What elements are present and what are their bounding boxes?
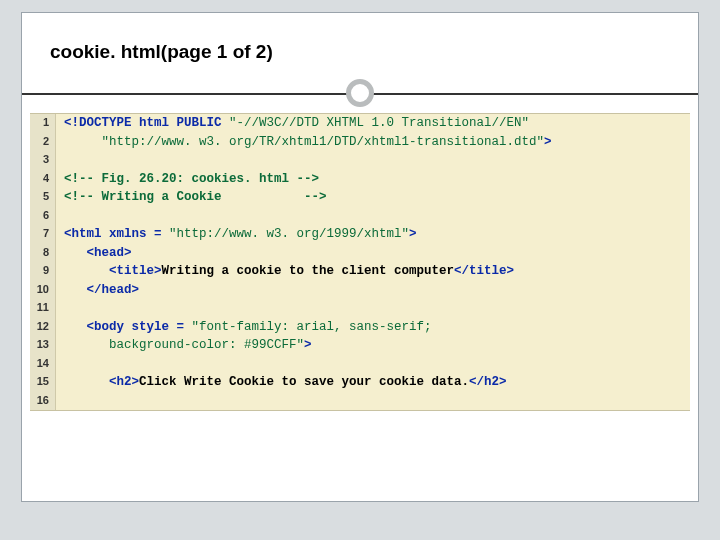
code-segment: "font-family: arial, sans-serif; (192, 320, 432, 334)
code-row: 11 (30, 299, 690, 318)
code-line (56, 355, 78, 374)
line-number: 7 (30, 225, 56, 244)
line-number: 11 (30, 299, 56, 318)
code-segment (64, 338, 109, 352)
code-segment (64, 246, 87, 260)
code-row: 14 (30, 355, 690, 374)
code-line: <html xmlns = "http://www. w3. org/1999/… (56, 225, 423, 244)
line-number: 16 (30, 392, 56, 411)
code-row: 15 <h2>Click Write Cookie to save your c… (30, 373, 690, 392)
code-segment: "-//W3C//DTD XHTML 1.0 Transitional//EN" (222, 116, 530, 130)
code-row: 8 <head> (30, 244, 690, 263)
code-row: 6 (30, 207, 690, 226)
code-segment (64, 283, 87, 297)
code-segment (64, 357, 72, 371)
code-segment: <!-- Writing a Cookie --> (64, 190, 327, 204)
code-segment: "http://www. w3. org/TR/xhtml1/DTD/xhtml… (102, 135, 545, 149)
code-segment (64, 209, 72, 223)
code-row: 1<!DOCTYPE html PUBLIC "-//W3C//DTD XHTM… (30, 114, 690, 133)
code-line: "http://www. w3. org/TR/xhtml1/DTD/xhtml… (56, 133, 558, 152)
code-line: <body style = "font-family: arial, sans-… (56, 318, 438, 337)
code-row: 3 (30, 151, 690, 170)
code-row: 2 "http://www. w3. org/TR/xhtml1/DTD/xht… (30, 133, 690, 152)
code-segment: <h2> (109, 375, 139, 389)
code-segment: <!DOCTYPE html PUBLIC (64, 116, 222, 130)
code-line: <!DOCTYPE html PUBLIC "-//W3C//DTD XHTML… (56, 114, 535, 133)
code-segment (64, 375, 109, 389)
code-row: 7<html xmlns = "http://www. w3. org/1999… (30, 225, 690, 244)
code-segment: Click Write Cookie to save your cookie d… (139, 375, 469, 389)
code-block: 1<!DOCTYPE html PUBLIC "-//W3C//DTD XHTM… (30, 113, 690, 411)
code-segment: </h2> (469, 375, 507, 389)
line-number: 9 (30, 262, 56, 281)
line-number: 14 (30, 355, 56, 374)
divider-wrap (22, 73, 698, 113)
code-segment (64, 301, 72, 315)
slide: cookie. html(page 1 of 2) 1<!DOCTYPE htm… (21, 12, 699, 502)
line-number: 10 (30, 281, 56, 300)
code-line: </head> (56, 281, 145, 300)
code-row: 10 </head> (30, 281, 690, 300)
line-number: 13 (30, 336, 56, 355)
code-segment: <head> (87, 246, 132, 260)
code-line (56, 207, 78, 226)
code-line: <h2>Click Write Cookie to save your cook… (56, 373, 513, 392)
code-line: <title>Writing a cookie to the client co… (56, 262, 520, 281)
code-segment (64, 320, 87, 334)
code-line: background-color: #99CCFF"> (56, 336, 318, 355)
code-segment: <title> (109, 264, 162, 278)
code-row: 9 <title>Writing a cookie to the client … (30, 262, 690, 281)
ring-icon (346, 79, 374, 107)
code-segment: > (409, 227, 417, 241)
code-segment: <body style = (87, 320, 192, 334)
code-row: 16 (30, 392, 690, 411)
code-line (56, 299, 78, 318)
code-row: 5<!-- Writing a Cookie --> (30, 188, 690, 207)
line-number: 1 (30, 114, 56, 133)
line-number: 3 (30, 151, 56, 170)
code-line: <!-- Fig. 26.20: cookies. html --> (56, 170, 325, 189)
code-line (56, 392, 78, 411)
title-area: cookie. html(page 1 of 2) (22, 13, 698, 73)
code-segment (64, 153, 72, 167)
line-number: 5 (30, 188, 56, 207)
code-segment: background-color: #99CCFF" (109, 338, 304, 352)
code-segment: > (544, 135, 552, 149)
code-row: 13 background-color: #99CCFF"> (30, 336, 690, 355)
line-number: 12 (30, 318, 56, 337)
code-segment (64, 394, 72, 408)
line-number: 15 (30, 373, 56, 392)
line-number: 6 (30, 207, 56, 226)
code-segment: </title> (454, 264, 514, 278)
code-segment: <html xmlns = (64, 227, 169, 241)
code-row: 4<!-- Fig. 26.20: cookies. html --> (30, 170, 690, 189)
code-segment: Writing a cookie to the client computer (162, 264, 455, 278)
code-segment: <!-- Fig. 26.20: cookies. html --> (64, 172, 319, 186)
code-line: <!-- Writing a Cookie --> (56, 188, 333, 207)
line-number: 8 (30, 244, 56, 263)
code-line: <head> (56, 244, 138, 263)
code-segment: > (304, 338, 312, 352)
code-line (56, 151, 78, 170)
code-row: 12 <body style = "font-family: arial, sa… (30, 318, 690, 337)
line-number: 2 (30, 133, 56, 152)
code-segment: "http://www. w3. org/1999/xhtml" (169, 227, 409, 241)
code-segment: </head> (87, 283, 140, 297)
page-title: cookie. html(page 1 of 2) (50, 41, 670, 63)
line-number: 4 (30, 170, 56, 189)
code-segment (64, 135, 102, 149)
code-segment (64, 264, 109, 278)
